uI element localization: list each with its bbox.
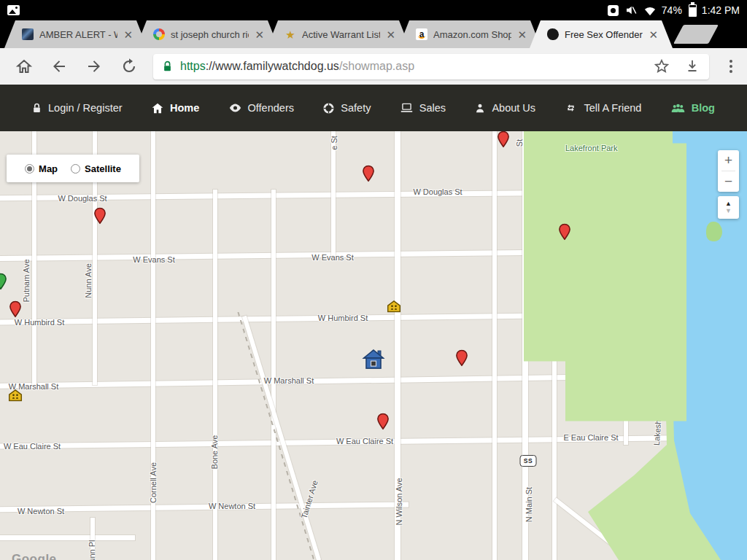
nav-label: About Us [492,102,535,114]
nav-tell-a-friend[interactable]: Tell A Friend [565,102,641,114]
share-arrows-icon [565,103,577,113]
map-type-control: Map Satellite [7,155,139,182]
zoom-out-button[interactable]: − [718,171,739,192]
street-label: Cornell Ave [149,462,158,503]
street-label: W Eau Claire St [336,437,393,446]
tab-title: Active Warrant List | [302,29,380,40]
new-tab-button[interactable] [673,25,719,44]
satellite-radio-option[interactable]: Satellite [71,163,121,174]
map-radio-icon[interactable] [25,164,34,174]
street-label: W Douglas St [413,187,462,196]
close-icon[interactable]: ✕ [255,29,264,40]
satellite-radio-icon[interactable] [71,164,80,174]
offender-pin[interactable] [559,223,571,240]
tab-title: st joseph church ric [171,29,249,40]
school-marker[interactable] [9,389,23,402]
https-lock-icon [162,61,173,73]
screenshot-icon [7,5,20,15]
nav-label: Home [170,102,199,114]
street-label: W Newton St [18,507,64,516]
url-path: /showmap.asp [339,60,414,72]
url-bar[interactable]: https://www.familywatchdog.us/showmap.as… [153,54,709,79]
map-radio-option[interactable]: Map [25,163,58,174]
street-label: W Evans St [311,253,353,262]
street-label: W Newton St [209,502,255,510]
close-icon[interactable]: ✕ [649,29,658,40]
tab-amazon[interactable]: a Amazon.com Shopp ✕ [398,20,541,48]
people-group-icon [671,103,685,113]
download-icon[interactable] [684,58,700,74]
map-radio-label: Map [39,163,58,174]
offender-pin[interactable] [9,300,22,317]
nav-label: Tell A Friend [584,102,641,114]
close-icon[interactable]: ✕ [386,29,395,40]
back-button[interactable] [44,51,74,82]
tab-google-search[interactable]: st joseph church ric ✕ [136,20,279,48]
map-attribution: Google [12,552,57,560]
pan-control[interactable]: ▲ ▼ [718,196,739,219]
nav-blog[interactable]: Blog [671,102,715,114]
tab-strip: AMBER ALERT - WI ✕ st joseph church ric … [0,20,747,48]
offender-map[interactable]: W Douglas StW Douglas StE Douglas StW Ev… [0,131,747,560]
android-status-bar: 74% 1:42 PM [0,0,747,20]
site-navigation: Login / Register Home Offenders Safety S… [0,85,747,131]
laptop-icon [400,103,413,113]
tab-amber-alert[interactable]: AMBER ALERT - WI ✕ [4,20,147,48]
close-icon[interactable]: ✕ [517,29,527,40]
url-scheme: https [180,60,206,72]
url-text: https://www.familywatchdog.us/showmap.as… [180,60,646,73]
alarm-icon [608,5,619,16]
school-marker[interactable] [387,300,401,313]
zoom-control: + − [718,150,739,192]
highway-badge: SS [520,455,537,467]
wifi-icon [643,5,657,16]
home-icon [152,103,163,114]
bookmark-star-icon[interactable] [654,58,670,74]
street-label: Nunn Ave [84,263,93,298]
tab-active-warrant[interactable]: ★ Active Warrant List | ✕ [267,20,410,48]
reload-button[interactable] [114,51,144,82]
nav-label: Offenders [248,102,294,114]
nav-about-us[interactable]: About Us [475,102,535,114]
offender-pin-green[interactable] [0,273,7,289]
pan-down-arrow[interactable]: ▼ [725,208,732,215]
battery-icon [689,4,697,17]
person-icon [475,103,485,114]
zoom-in-button[interactable]: + [718,150,739,171]
warrant-badge-favicon: ★ [285,28,296,40]
browser-toolbar: https://www.familywatchdog.us/showmap.as… [0,48,747,85]
home-marker[interactable] [363,349,385,370]
offender-pin[interactable] [456,349,468,366]
street-label: W Marshall St [264,376,314,385]
forward-button[interactable] [79,51,109,82]
close-icon[interactable]: ✕ [123,29,133,40]
amber-alert-favicon [22,28,34,40]
offender-pin[interactable] [363,165,375,182]
clock: 1:42 PM [702,4,740,16]
browser-menu-icon[interactable] [724,57,738,76]
familywatchdog-favicon [547,28,559,40]
island [706,222,722,241]
street-label: W Humbird St [318,314,368,322]
mute-icon [624,4,638,17]
street-label: W Evans St [133,255,174,264]
tab-title: Free Sex Offender R [565,29,643,40]
google-favicon [153,28,165,40]
offender-pin[interactable] [94,207,107,224]
railroad-track [237,312,315,560]
tab-familywatchdog[interactable]: Free Sex Offender R ✕ [530,20,673,48]
offender-pin[interactable] [498,131,510,147]
nav-label: Blog [692,102,715,114]
url-host: ://www.familywatchdog.us [206,60,339,72]
street-label: W Eau Claire St [4,442,61,451]
nav-safety[interactable]: Safety [323,102,371,114]
browser-home-button[interactable] [9,51,39,82]
nav-offenders[interactable]: Offenders [229,102,294,114]
street-label: W Douglas St [58,194,107,203]
amazon-favicon: a [416,28,427,40]
nav-home[interactable]: Home [152,102,199,114]
nav-login-register[interactable]: Login / Register [32,102,123,114]
street-label: N Wilson Ave [395,478,403,525]
offender-pin[interactable] [377,413,390,429]
nav-sales[interactable]: Sales [400,102,446,114]
